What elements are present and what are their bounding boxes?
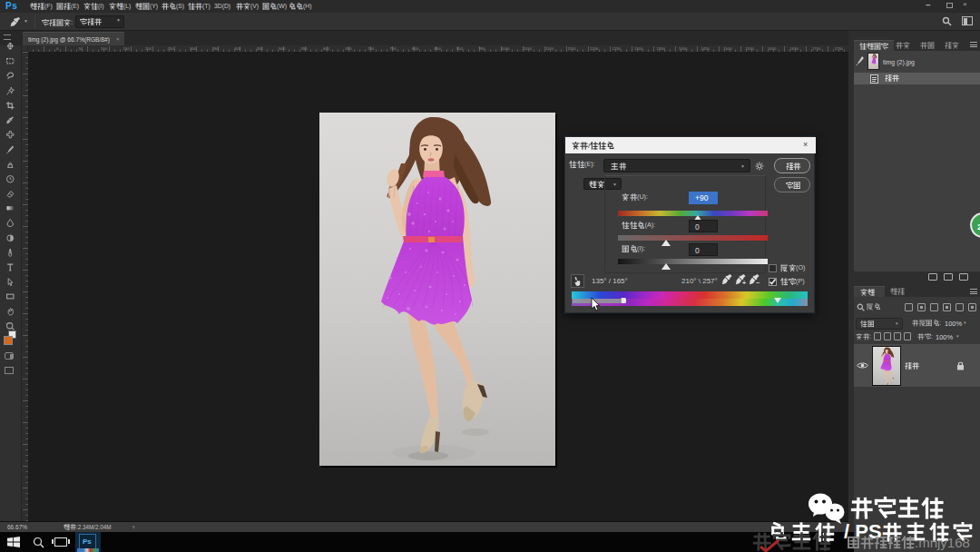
svg-text:150: 150	[123, 46, 131, 51]
svg-text:0: 0	[56, 46, 59, 51]
svg-text:1200: 1200	[590, 46, 599, 51]
svg-text:1100: 1100	[545, 46, 554, 51]
svg-text:350: 350	[212, 46, 220, 51]
svg-text:1350: 1350	[657, 46, 666, 51]
svg-text:50: 50	[79, 46, 83, 51]
svg-text:100: 100	[101, 46, 108, 51]
svg-text:1550: 1550	[746, 46, 755, 51]
svg-text:600: 600	[323, 46, 330, 51]
svg-text:900: 900	[456, 46, 464, 51]
svg-text:550: 550	[301, 46, 309, 51]
svg-text:500: 500	[279, 46, 286, 51]
svg-text:1300: 1300	[634, 46, 643, 51]
svg-text:+: +	[742, 280, 746, 286]
svg-text:1000: 1000	[501, 46, 510, 51]
svg-text:1750: 1750	[835, 46, 844, 51]
svg-text:650: 650	[346, 46, 353, 51]
svg-text:1050: 1050	[524, 46, 533, 51]
svg-text:1450: 1450	[701, 46, 710, 51]
svg-text:1500: 1500	[723, 46, 732, 51]
svg-text:−: −	[756, 280, 760, 286]
svg-text:1700: 1700	[812, 46, 821, 51]
svg-text:400: 400	[234, 46, 241, 51]
svg-text:250: 250	[168, 46, 175, 51]
svg-text:450: 450	[257, 46, 264, 51]
svg-text:950: 950	[479, 46, 486, 51]
svg-text:1650: 1650	[790, 46, 799, 51]
svg-text:1600: 1600	[768, 46, 777, 51]
svg-text:300: 300	[190, 46, 197, 51]
svg-text:750: 750	[390, 46, 397, 51]
svg-text:700: 700	[368, 46, 375, 51]
svg-text:850: 850	[435, 46, 442, 51]
svg-text:800: 800	[412, 46, 419, 51]
svg-text:1400: 1400	[679, 46, 688, 51]
svg-text:1250: 1250	[612, 46, 622, 51]
svg-text:200: 200	[145, 46, 152, 51]
svg-text:1150: 1150	[568, 46, 577, 51]
